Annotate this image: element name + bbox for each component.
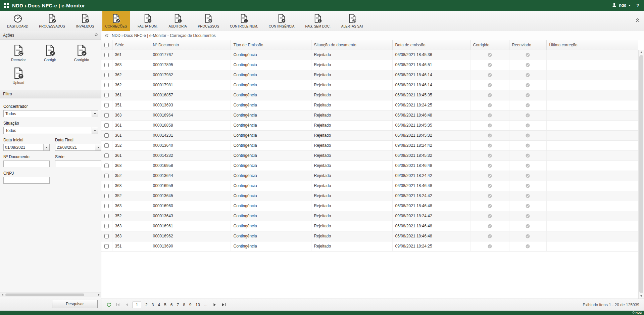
concentrador-select[interactable]: Todos — [3, 110, 98, 117]
calendar-dropdown-icon[interactable] — [43, 144, 49, 150]
last-page-button[interactable] — [220, 302, 227, 308]
num-documento-input[interactable] — [3, 161, 50, 167]
toolbar-item-contingencia[interactable]: CONTINGÊNCIA — [266, 11, 298, 31]
row-checkbox[interactable] — [104, 184, 109, 188]
scroll-right-icon[interactable] — [96, 294, 101, 296]
row-checkbox[interactable] — [104, 133, 109, 138]
action-upload[interactable]: Upload — [3, 67, 34, 85]
scroll-up-icon[interactable] — [639, 50, 644, 55]
row-checkbox[interactable] — [104, 103, 109, 107]
row-checkbox[interactable] — [104, 153, 109, 158]
column-header-n-documento[interactable]: Nº Documento — [150, 40, 231, 50]
data-final-input[interactable] — [55, 145, 95, 150]
row-checkbox[interactable] — [104, 73, 109, 77]
page-link-6[interactable]: 6 — [169, 303, 175, 307]
table-row[interactable]: 363 000016961 Contingência Rejeitado 06/… — [101, 221, 638, 231]
table-row[interactable]: 363 000016962 Contingência Rejeitado 06/… — [101, 231, 638, 241]
page-link-2[interactable]: 2 — [144, 303, 149, 307]
table-row[interactable]: 352 000013644 Contingência Rejeitado 09/… — [101, 171, 638, 181]
toolbar-item-falha-num[interactable]: FALHA NUM. — [135, 11, 160, 31]
table-row[interactable]: 351 000013693 Contingência Rejeitado 09/… — [101, 100, 638, 110]
action-corrigido[interactable]: Corrigido — [66, 44, 97, 62]
table-row[interactable]: 363 000016960 Contingência Rejeitado 06/… — [101, 201, 638, 211]
table-row[interactable]: 361 000016858 Contingência Rejeitado 06/… — [101, 120, 638, 130]
collapse-acoes-icon[interactable] — [94, 33, 98, 38]
page-link-5[interactable]: 5 — [162, 303, 168, 307]
table-row[interactable]: 352 000013645 Contingência Rejeitado 09/… — [101, 191, 638, 201]
table-row[interactable]: 362 000017981 Contingência Rejeitado 06/… — [101, 80, 638, 90]
row-checkbox[interactable] — [104, 164, 109, 168]
next-page-button[interactable] — [211, 302, 218, 308]
row-checkbox[interactable] — [104, 113, 109, 118]
first-page-button[interactable] — [114, 302, 121, 308]
row-checkbox[interactable] — [104, 143, 109, 148]
table-row[interactable]: 362 000017982 Contingência Rejeitado 06/… — [101, 70, 638, 80]
row-checkbox[interactable] — [104, 194, 109, 198]
page-link-4[interactable]: 4 — [156, 303, 162, 307]
serie-input[interactable] — [55, 161, 101, 167]
toolbar-item-processados[interactable]: PROCESSADOS — [36, 11, 68, 31]
column-header-serie[interactable]: Série — [112, 40, 150, 50]
table-row[interactable]: 363 000016964 Contingência Rejeitado 06/… — [101, 110, 638, 120]
toolbar-item-correcoes[interactable]: CORREÇÕES — [102, 11, 130, 31]
table-row[interactable]: 363 000016959 Contingência Rejeitado 06/… — [101, 181, 638, 191]
toolbar-item-auditoria[interactable]: AUDITORIA — [165, 11, 190, 31]
table-row[interactable]: 352 000013643 Contingência Rejeitado 09/… — [101, 211, 638, 221]
row-checkbox[interactable] — [104, 234, 109, 238]
table-row[interactable]: 363 000017895 Contingência Rejeitado 06/… — [101, 60, 638, 70]
table-row[interactable]: 361 000014232 Contingência Rejeitado 06/… — [101, 150, 638, 161]
calendar-dropdown-icon[interactable] — [95, 144, 101, 150]
toolbar-item-dashboard[interactable]: DASHBOARD — [4, 11, 31, 31]
row-checkbox[interactable] — [104, 204, 109, 208]
pesquisar-button[interactable]: Pesquisar — [52, 300, 98, 308]
toolbar-item-alertas-sat[interactable]: ALERTAS SAT — [338, 11, 366, 31]
page-link-9[interactable]: 9 — [188, 303, 193, 307]
page-link-10[interactable]: 10 — [194, 303, 202, 307]
collapse-sidebar-icon[interactable] — [104, 34, 109, 38]
table-row[interactable]: 361 000017767 Contingência Rejeitado 06/… — [101, 50, 638, 60]
data-final-field[interactable] — [55, 144, 101, 151]
chevron-down-icon[interactable] — [92, 110, 98, 117]
current-page-input[interactable] — [133, 302, 141, 308]
column-header-data-de-emissao[interactable]: Data de emissão — [392, 40, 470, 50]
row-checkbox[interactable] — [104, 244, 109, 249]
select-all-checkbox[interactable] — [104, 43, 109, 47]
row-checkbox[interactable] — [104, 174, 109, 178]
table-row[interactable]: 363 000016958 Contingência Rejeitado 06/… — [101, 161, 638, 171]
data-inicial-field[interactable] — [3, 144, 50, 151]
scroll-left-icon[interactable] — [0, 294, 5, 296]
page-ellipsis[interactable]: ... — [202, 303, 209, 307]
scrollbar-thumb[interactable] — [639, 55, 643, 293]
toolbar-item-controle-num[interactable]: CONTROLE NUM. — [227, 11, 261, 31]
scrollbar-thumb[interactable] — [5, 294, 84, 296]
situacao-select[interactable]: Todos — [3, 127, 98, 134]
user-menu[interactable]: ndd — [612, 2, 631, 8]
prev-page-button[interactable] — [123, 302, 130, 308]
help-button[interactable]: ? — [636, 3, 639, 8]
toolbar-item-invalidos[interactable]: INVÁLIDOS — [73, 11, 98, 31]
page-link-8[interactable]: 8 — [181, 303, 187, 307]
column-header-situacao-do-documento[interactable]: Situação do documento — [311, 40, 392, 50]
column-header-corrigido[interactable]: Corrigido — [470, 40, 509, 50]
refresh-button[interactable] — [105, 302, 112, 308]
column-header-reenviado[interactable]: Reenviado — [509, 40, 546, 50]
toolbar-item-processos[interactable]: PROCESSOS — [195, 11, 222, 31]
row-checkbox[interactable] — [104, 53, 109, 57]
toolbar-item-pag-sem-doc[interactable]: PAG. SEM DOC. — [302, 11, 333, 31]
action-reenviar[interactable]: Reenviar — [3, 44, 34, 62]
table-row[interactable]: 352 000013640 Contingência Rejeitado 09/… — [101, 140, 638, 150]
table-vertical-scrollbar[interactable] — [638, 50, 644, 299]
table-row[interactable]: 361 000016857 Contingência Rejeitado 06/… — [101, 90, 638, 100]
app-grid-icon[interactable] — [4, 3, 9, 8]
scroll-down-icon[interactable] — [639, 294, 644, 299]
row-checkbox[interactable] — [104, 214, 109, 218]
data-inicial-input[interactable] — [4, 145, 43, 150]
page-link-3[interactable]: 3 — [150, 303, 156, 307]
row-checkbox[interactable] — [104, 83, 109, 87]
column-header-ultima-correcao[interactable]: Última correção — [546, 40, 638, 50]
table-row[interactable]: 351 000013690 Contingência Rejeitado 09/… — [101, 241, 638, 251]
cnpj-input[interactable] — [3, 177, 50, 184]
collapse-toolbar-icon[interactable] — [635, 18, 640, 24]
chevron-down-icon[interactable] — [92, 127, 98, 134]
column-header-tipo-de-emissao[interactable]: Tipo de Emissão — [231, 40, 311, 50]
